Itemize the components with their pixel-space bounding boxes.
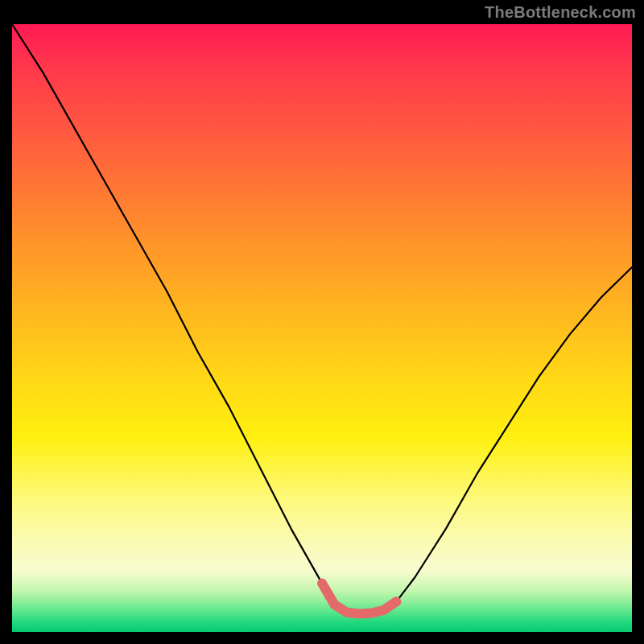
plot-area — [12, 24, 632, 632]
chart-stage: TheBottleneck.com — [0, 0, 644, 644]
curve-svg — [12, 24, 632, 632]
watermark-text: TheBottleneck.com — [485, 3, 636, 22]
bottleneck-curve — [12, 24, 632, 613]
highlight-segment — [322, 584, 396, 614]
